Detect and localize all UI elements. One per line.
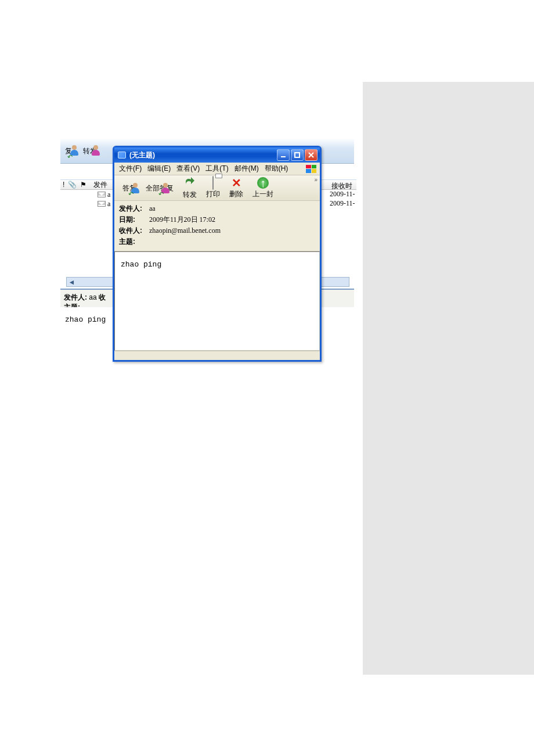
scroll-left-icon[interactable]: ◄ — [67, 278, 77, 286]
envelope-icon — [98, 201, 106, 207]
delete-button[interactable]: ✕ 删除 — [225, 177, 248, 199]
close-button[interactable] — [305, 149, 317, 161]
up-arrow-icon: ↑ — [257, 177, 269, 189]
message-window: (无主题) 文件(F) 编辑(E) 查看(V) 工具(T) 邮件(M) 帮助(H… — [113, 146, 322, 362]
forward-button[interactable]: 转发 — [178, 176, 201, 200]
header-subject-label: 主题: — [119, 237, 149, 247]
header-from-value: aa — [149, 204, 156, 213]
menu-view[interactable]: 查看(V) — [174, 163, 202, 175]
print-icon — [212, 177, 214, 189]
main-reply-button[interactable]: ↶ 复 — [60, 144, 77, 157]
header-from-label: 发件人: — [119, 204, 149, 214]
list-item-from: a — [107, 200, 110, 208]
delete-icon: ✕ — [232, 177, 241, 189]
preview-to-label: 收 — [99, 293, 106, 301]
previous-button[interactable]: ↑ 上一封 — [248, 177, 278, 199]
forward-icon — [184, 176, 196, 189]
menu-mail[interactable]: 邮件(M) — [232, 163, 261, 175]
toolbar-overflow-icon[interactable]: » — [314, 177, 317, 183]
list-item-from: a — [107, 190, 110, 199]
menu-help[interactable]: 帮助(H) — [262, 163, 291, 175]
received-column: 接收时 2009-11- 2009-11- — [327, 179, 356, 208]
page-margin-block — [363, 82, 534, 675]
main-forward-button[interactable]: 转发 — [78, 144, 102, 157]
col-received[interactable]: 接收时 — [327, 179, 356, 190]
forward-label: 转发 — [183, 190, 197, 200]
preview-from: aa — [89, 293, 96, 301]
preview-body-text: zhao ping — [65, 315, 106, 324]
windows-flag-icon — [305, 164, 317, 174]
print-button[interactable]: 打印 — [201, 177, 225, 199]
svg-rect-0 — [281, 156, 286, 157]
header-date-value: 2009年11月20日 17:02 — [149, 215, 215, 225]
delete-label: 删除 — [229, 189, 243, 199]
reply-all-button[interactable]: ↶ 全部答复 — [141, 183, 178, 193]
app-icon — [118, 152, 126, 159]
menu-file[interactable]: 文件(F) — [117, 163, 144, 175]
menu-edit[interactable]: 编辑(E) — [145, 163, 173, 175]
previous-label: 上一封 — [252, 189, 273, 199]
reply-button[interactable]: ↶ 答复 — [118, 183, 141, 193]
col-flag[interactable]: ⚑ — [80, 181, 86, 189]
status-bar — [114, 351, 320, 360]
header-to-label: 收件人: — [119, 226, 149, 236]
message-body[interactable]: zhao ping — [114, 251, 320, 351]
title-bar[interactable]: (无主题) — [114, 147, 320, 163]
col-from[interactable]: 发件 — [93, 180, 107, 190]
message-toolbar: ↶ 答复 ↶ 全部答复 转发 打印 ✕ 删除 ↑ 上一封 » — [114, 175, 320, 201]
received-cell: 2009-11- — [327, 199, 356, 208]
preview-from-label: 发件人: — [64, 293, 87, 301]
message-body-text: zhao ping — [121, 260, 161, 269]
envelope-icon — [98, 192, 106, 197]
attach-icon[interactable]: 📎 — [68, 181, 77, 189]
col-priority[interactable]: ! — [63, 181, 64, 189]
header-to-value: zhaopin@mail.benet.com — [149, 226, 221, 235]
minimize-button[interactable] — [277, 149, 290, 161]
maximize-button[interactable] — [291, 149, 304, 161]
header-date-label: 日期: — [119, 215, 149, 225]
svg-rect-1 — [295, 153, 300, 157]
window-title: (无主题) — [129, 150, 155, 160]
received-cell: 2009-11- — [327, 190, 356, 199]
message-header-pane: 发件人: aa 日期: 2009年11月20日 17:02 收件人: zhaop… — [114, 201, 320, 251]
print-label: 打印 — [206, 189, 220, 199]
